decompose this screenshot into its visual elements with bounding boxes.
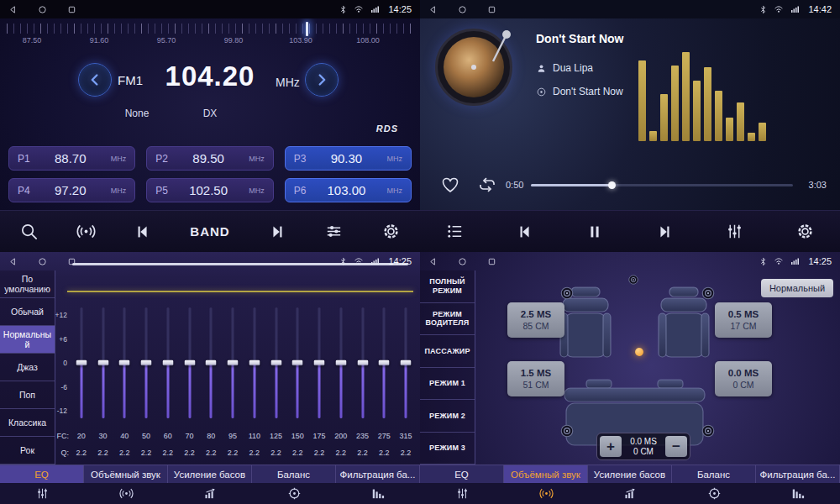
prev-track-icon[interactable]: [134, 223, 152, 241]
eq-band-slider[interactable]: [265, 307, 287, 418]
surround-mode-item[interactable]: РЕЖИМ 1: [420, 368, 475, 401]
surround-sound-icon[interactable]: [504, 483, 588, 504]
balance-icon[interactable]: [252, 483, 336, 504]
tab-bass-boost[interactable]: Усиление басов: [588, 465, 672, 483]
delay-plus-button[interactable]: +: [600, 436, 622, 457]
mixer-icon[interactable]: [324, 222, 344, 241]
eq-sliders-icon[interactable]: [0, 483, 84, 504]
eq-preset-item[interactable]: Обычай: [0, 298, 55, 326]
eq-band-slider[interactable]: [287, 307, 309, 418]
bass-boost-icon[interactable]: [588, 483, 672, 504]
next-track-icon[interactable]: [268, 223, 286, 241]
eq-band-slider[interactable]: [92, 307, 114, 418]
recents-icon[interactable]: [67, 5, 76, 14]
favorite-heart-icon[interactable]: [440, 175, 460, 195]
back-icon[interactable]: [8, 257, 18, 266]
radio-preset-button[interactable]: P3 90.30 MHz: [285, 146, 412, 171]
eq-band-slider[interactable]: [114, 307, 136, 418]
slider-knob[interactable]: [162, 360, 173, 366]
playlist-icon[interactable]: [445, 222, 465, 241]
eq-preset-item[interactable]: По умолчанию: [0, 270, 55, 298]
eq-sliders-icon[interactable]: [420, 483, 504, 504]
surround-mode-item[interactable]: ПАССАЖИР: [420, 335, 475, 368]
progress-bar[interactable]: [531, 184, 793, 186]
eq-preset-item[interactable]: Рок: [0, 437, 55, 465]
frequency-ruler[interactable]: 87.5091.6095.7099.80103.90108.00: [0, 22, 420, 50]
eq-band-slider[interactable]: [244, 307, 265, 418]
radio-preset-button[interactable]: P1 88.70 MHz: [8, 146, 135, 171]
tab-balance[interactable]: Баланс: [672, 465, 756, 483]
slider-knob[interactable]: [206, 360, 217, 366]
eq-band-slider[interactable]: [330, 307, 352, 418]
delay-front-left[interactable]: 2.5 MS 85 CM: [507, 302, 564, 338]
next-track-icon[interactable]: [655, 223, 674, 241]
home-icon[interactable]: [38, 257, 47, 266]
eq-band-slider[interactable]: [352, 307, 374, 418]
progress-knob[interactable]: [608, 181, 616, 189]
recents-icon[interactable]: [67, 257, 76, 266]
radio-preset-button[interactable]: P6 103.00 MHz: [285, 178, 412, 202]
surround-mode-item[interactable]: РЕЖИМ 2: [420, 400, 475, 433]
tab-surround[interactable]: Объёмный звук: [84, 465, 168, 483]
tab-bass-boost[interactable]: Усиление басов: [168, 465, 252, 483]
slider-knob[interactable]: [292, 360, 303, 366]
eq-preset-item[interactable]: Классика: [0, 409, 55, 437]
surround-mode-item[interactable]: ПОЛНЫЙ РЕЖИМ: [420, 270, 475, 303]
home-icon[interactable]: [458, 5, 467, 14]
delay-rear-right[interactable]: 0.0 MS 0 CM: [715, 361, 772, 396]
radio-preset-button[interactable]: P5 102.50 MHz: [146, 178, 273, 202]
eq-band-slider[interactable]: [374, 307, 396, 418]
repeat-icon[interactable]: [477, 175, 497, 195]
slider-knob[interactable]: [314, 360, 325, 366]
slider-knob[interactable]: [76, 360, 87, 366]
tab-balance[interactable]: Баланс: [252, 465, 336, 483]
slider-knob[interactable]: [357, 360, 368, 366]
tune-down-button[interactable]: [78, 63, 112, 97]
balance-icon[interactable]: [672, 483, 756, 504]
filter-icon[interactable]: [756, 483, 840, 504]
eq-band-slider[interactable]: [71, 307, 92, 418]
surround-sound-icon[interactable]: [84, 483, 168, 504]
slider-knob[interactable]: [119, 360, 130, 366]
filter-icon[interactable]: [336, 483, 420, 504]
eq-preset-item[interactable]: Джаз: [0, 354, 55, 381]
eq-band-slider[interactable]: [157, 307, 179, 418]
slider-knob[interactable]: [401, 360, 412, 366]
tab-filter[interactable]: Фильтрация ба...: [336, 465, 420, 483]
band-button[interactable]: BAND: [190, 224, 229, 239]
radio-preset-button[interactable]: P4 97.20 MHz: [8, 178, 135, 202]
eq-band-slider[interactable]: [308, 307, 330, 418]
surround-mode-item[interactable]: РЕЖИМ ВОДИТЕЛЯ: [420, 303, 475, 336]
search-icon[interactable]: [19, 222, 39, 241]
eq-band-slider[interactable]: [201, 307, 223, 418]
eq-sliders-icon[interactable]: [725, 222, 744, 241]
prev-track-icon[interactable]: [516, 223, 534, 241]
bass-boost-icon[interactable]: [168, 483, 252, 504]
eq-band-slider[interactable]: [135, 307, 157, 418]
eq-band-slider[interactable]: [179, 307, 201, 418]
tune-up-button[interactable]: [305, 63, 339, 97]
slider-knob[interactable]: [270, 360, 281, 366]
eq-preset-item[interactable]: Нормальный: [0, 326, 55, 354]
radio-preset-button[interactable]: P2 89.50 MHz: [146, 146, 273, 171]
home-icon[interactable]: [458, 257, 467, 266]
slider-knob[interactable]: [97, 360, 108, 366]
broadcast-icon[interactable]: [76, 222, 96, 241]
eq-preset-item[interactable]: Поп: [0, 381, 55, 409]
recents-icon[interactable]: [487, 5, 496, 14]
tab-eq[interactable]: EQ: [420, 465, 504, 483]
tab-filter[interactable]: Фильтрация ба...: [756, 465, 840, 483]
listener-position-dot[interactable]: [635, 348, 643, 356]
settings-gear-icon[interactable]: [381, 222, 401, 241]
delay-minus-button[interactable]: −: [665, 436, 687, 457]
slider-knob[interactable]: [379, 360, 390, 366]
home-icon[interactable]: [38, 5, 47, 14]
slider-knob[interactable]: [141, 360, 152, 366]
slider-knob[interactable]: [184, 360, 195, 366]
back-icon[interactable]: [428, 5, 438, 14]
back-icon[interactable]: [8, 5, 18, 14]
slider-knob[interactable]: [249, 360, 260, 366]
eq-band-slider[interactable]: [222, 307, 244, 418]
tab-surround[interactable]: Объёмный звук: [504, 465, 588, 483]
tab-eq[interactable]: EQ: [0, 465, 84, 483]
